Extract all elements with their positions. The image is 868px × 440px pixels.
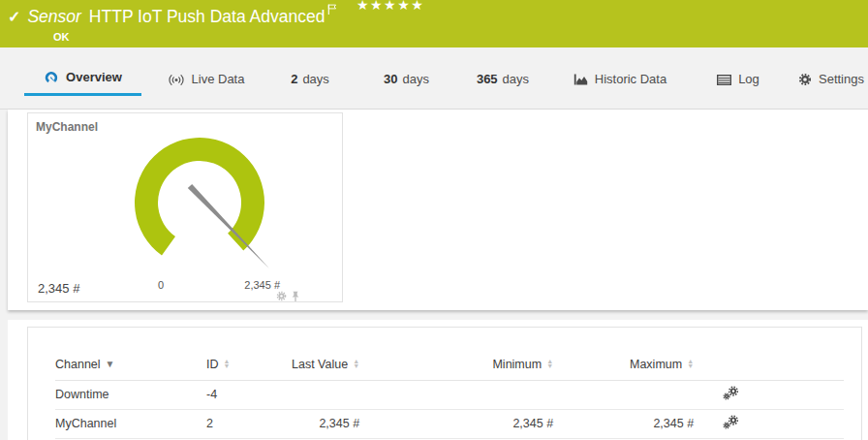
priority-stars[interactable]: ★★★★★ xyxy=(356,0,424,13)
cell-last-value: 2,345 # xyxy=(292,409,359,438)
area-chart-icon xyxy=(574,74,588,85)
cell-maximum xyxy=(553,380,694,409)
tab-number: 30 xyxy=(384,72,397,86)
column-header-maximum[interactable]: Maximum▲▼ xyxy=(553,349,694,380)
cell-channel: MyChannel xyxy=(55,409,206,438)
column-header-minimum[interactable]: Minimum▲▼ xyxy=(359,349,553,380)
cell-id: 2 xyxy=(206,409,292,438)
tab-30-days[interactable]: 30 days xyxy=(370,61,443,96)
gauge-card: MyChannel 0 2,345 # 2,345 # xyxy=(27,112,343,302)
gear-icon xyxy=(798,73,812,86)
column-label: Maximum xyxy=(630,358,682,371)
column-label: Channel xyxy=(55,358,101,371)
log-list-icon xyxy=(717,75,731,85)
table-panel: Channel▼ ID▲▼ Last Value▲▼ Minimum▲▼ Max… xyxy=(8,320,868,440)
column-label: Minimum xyxy=(492,358,542,371)
column-header-last-value[interactable]: Last Value▲▼ xyxy=(292,349,359,380)
channel-settings-gears-icon[interactable] xyxy=(723,415,739,429)
sort-icon: ▲▼ xyxy=(224,359,231,368)
tab-number: 365 xyxy=(477,72,498,86)
cell-id: -4 xyxy=(206,380,292,409)
status-check-icon: ✓ xyxy=(8,8,20,26)
tab-2-days[interactable]: 2 days xyxy=(276,61,344,96)
tab-historic-data[interactable]: Historic Data xyxy=(562,61,678,96)
channels-table: Channel▼ ID▲▼ Last Value▲▼ Minimum▲▼ Max… xyxy=(55,349,844,439)
overview-panel: MyChannel 0 2,345 # 2,345 # xyxy=(8,110,868,310)
sort-icon: ▲▼ xyxy=(687,359,694,368)
tab-number: 2 xyxy=(291,72,297,86)
broadcast-icon xyxy=(168,74,185,86)
cell-maximum: 2,345 # xyxy=(553,409,694,438)
gauge-scale-min: 0 xyxy=(146,279,175,291)
column-label: Last Value xyxy=(292,358,348,371)
table-header-row: Channel▼ ID▲▼ Last Value▲▼ Minimum▲▼ Max… xyxy=(55,349,844,380)
sensor-header: ✓ Sensor HTTP IoT Push Data Advanced ★★★… xyxy=(0,0,868,47)
sort-icon: ▲▼ xyxy=(353,359,359,368)
tab-log[interactable]: Log xyxy=(704,61,772,96)
flag-icon[interactable] xyxy=(327,2,337,19)
gauge-pin-icon[interactable] xyxy=(291,291,300,302)
tab-label: Log xyxy=(738,72,760,86)
cell-last-value xyxy=(292,380,359,409)
gauge-icon xyxy=(44,71,59,85)
gauge-scale-max: 2,345 # xyxy=(227,279,280,291)
sensor-type-label: Sensor xyxy=(27,7,80,27)
channel-settings-gears-icon[interactable] xyxy=(723,386,739,400)
sort-desc-icon: ▼ xyxy=(106,359,115,369)
cell-minimum xyxy=(359,380,553,409)
channels-card: Channel▼ ID▲▼ Last Value▲▼ Minimum▲▼ Max… xyxy=(27,327,862,440)
gauge-chart xyxy=(28,113,342,301)
gauge-current-value: 2,345 # xyxy=(38,281,79,296)
column-header-actions xyxy=(694,349,844,380)
cell-minimum: 2,345 # xyxy=(359,409,553,438)
sensor-status-badge: OK xyxy=(53,31,70,43)
tab-365-days[interactable]: 365 days xyxy=(463,61,542,96)
tab-label: Live Data xyxy=(192,72,245,86)
tab-overview[interactable]: Overview xyxy=(24,61,141,96)
tab-bar: Overview Live Data 2 days 30 days 365 da… xyxy=(0,47,868,110)
table-row-mychannel[interactable]: MyChannel 2 2,345 # 2,345 # 2,345 # xyxy=(55,409,844,438)
tab-live-data[interactable]: Live Data xyxy=(155,61,257,96)
gauge-settings-gear-icon[interactable] xyxy=(276,291,287,302)
table-row-downtime[interactable]: Downtime -4 xyxy=(55,380,844,409)
sensor-title: HTTP IoT Push Data Advanced xyxy=(89,7,326,27)
cell-channel: Downtime xyxy=(55,380,206,409)
tab-label: days xyxy=(403,72,429,86)
column-label: ID xyxy=(206,358,219,371)
tab-label: Overview xyxy=(66,70,122,84)
column-header-channel[interactable]: Channel▼ xyxy=(55,349,206,380)
tab-label: Settings xyxy=(819,72,864,86)
tab-label: days xyxy=(503,72,529,86)
column-header-id[interactable]: ID▲▼ xyxy=(206,349,292,380)
tab-label: Historic Data xyxy=(595,72,666,86)
tab-label: days xyxy=(302,72,328,86)
tab-settings[interactable]: Settings xyxy=(794,61,868,96)
sort-icon: ▲▼ xyxy=(546,359,553,368)
